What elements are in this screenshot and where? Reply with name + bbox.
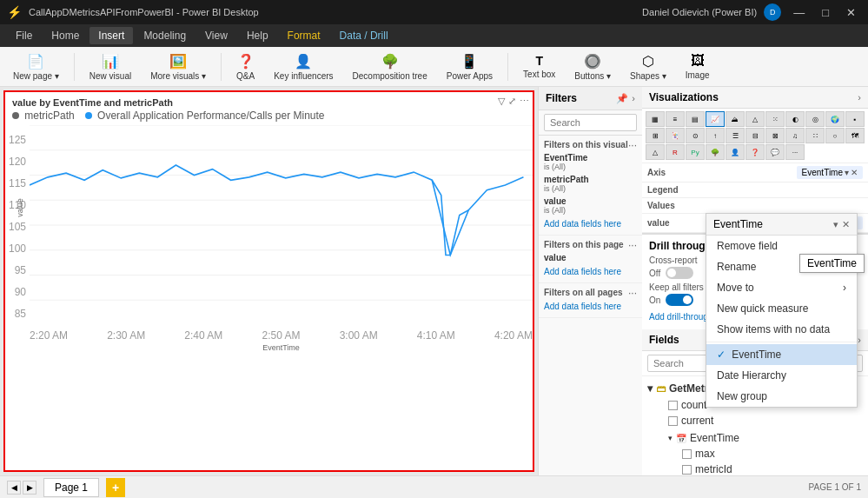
chart-more-icon[interactable]: ⋯ (520, 96, 529, 107)
image-button[interactable]: 🖼 Image (678, 50, 718, 83)
filter-eventtime[interactable]: EventTime is (All) (544, 151, 637, 173)
filters-pin-icon[interactable]: 📌 (616, 93, 628, 104)
viz-table[interactable]: ⊟ (745, 128, 765, 143)
viz-ribbon[interactable]: ♫ (785, 128, 805, 143)
field-current[interactable]: current (661, 413, 863, 428)
fields-collapse-icon[interactable]: › (858, 335, 861, 345)
viz-bar-chart[interactable]: ▦ (646, 111, 665, 127)
context-menu-eventtime-option[interactable]: ✓ EventTime (706, 344, 857, 365)
text-box-button[interactable]: T Text box (515, 50, 563, 83)
viz-qa[interactable]: ❓ (745, 144, 765, 160)
context-menu-dropdown-btn[interactable]: ▾ (833, 219, 838, 230)
viz-100pct-bar[interactable]: ▤ (686, 111, 705, 127)
viz-treemap[interactable]: ▪ (845, 111, 865, 127)
new-page-button[interactable]: 📄 New page ▾ (5, 50, 67, 83)
filters-collapse-icon[interactable]: › (632, 93, 635, 104)
field-eventtime-label: EventTime (690, 432, 739, 444)
field-metricid[interactable]: metricId (675, 461, 863, 475)
viz-python[interactable]: Py (686, 144, 705, 160)
filter-visual-dots[interactable]: ··· (628, 139, 637, 151)
chart-filter-icon[interactable]: ▽ (498, 96, 505, 107)
cross-report-toggle[interactable] (666, 267, 693, 279)
filter-add-page[interactable]: Add data fields here (544, 264, 637, 279)
power-apps-button[interactable]: 📱 Power Apps (439, 50, 500, 83)
viz-collapse-icon[interactable]: › (858, 92, 861, 103)
key-influencers-button[interactable]: 👤 Key influencers (266, 50, 341, 83)
new-visual-button[interactable]: 📊 New visual (82, 50, 139, 83)
menu-insert[interactable]: Insert (89, 27, 133, 44)
field-count-label: count (681, 399, 706, 411)
qa-button[interactable]: ❓ Q&A (229, 50, 262, 83)
chart-body: 125 120 115 110 105 100 95 90 85 (5, 125, 533, 342)
viz-r-script[interactable]: R (666, 144, 685, 160)
filter-page-dots[interactable]: ··· (628, 239, 637, 251)
field-eventtime[interactable]: ▾ 📅 EventTime (661, 430, 863, 446)
page-1-tab[interactable]: Page 1 (43, 478, 99, 497)
context-menu-header: EventTime ▾ ✕ (706, 214, 857, 236)
menu-view[interactable]: View (196, 27, 236, 44)
filter-all-dots[interactable]: ··· (628, 287, 637, 299)
viz-map[interactable]: 🌍 (825, 111, 845, 127)
viz-stacked-area[interactable]: △ (745, 111, 765, 127)
field-max[interactable]: max (675, 446, 863, 461)
viz-pie[interactable]: ◐ (785, 111, 805, 127)
shapes-button[interactable]: ⬡ Shapes ▾ (622, 50, 674, 83)
viz-decomp-tree[interactable]: 🌳 (706, 144, 725, 160)
nav-next-button[interactable]: ▶ (23, 481, 36, 495)
filter-value[interactable]: value is (All) (544, 195, 637, 216)
context-menu-new-quick-measure[interactable]: New quick measure (706, 298, 857, 319)
field-group-getmetricdata: count current ▾ 📅 EventTime (661, 397, 863, 475)
viz-slicer[interactable]: ☰ (726, 128, 745, 143)
filter-page-value[interactable]: value (544, 251, 637, 264)
menu-help[interactable]: Help (238, 27, 277, 44)
menu-file[interactable]: File (7, 27, 41, 44)
filter-add-visual[interactable]: Add data fields here (544, 216, 637, 231)
buttons-button[interactable]: 🔘 Buttons ▾ (567, 50, 619, 83)
viz-smart-narrative[interactable]: 💬 (765, 144, 785, 160)
context-menu-close-btn[interactable]: ✕ (842, 219, 850, 230)
menu-format[interactable]: Format (279, 27, 329, 44)
viz-line-chart[interactable]: 📈 (706, 111, 725, 127)
viz-waterfall[interactable]: ⊠ (765, 128, 785, 143)
viz-stacked-bar[interactable]: ≡ (666, 111, 685, 127)
close-button[interactable]: ✕ (841, 6, 861, 19)
filter-metricpath[interactable]: metricPath is (All) (544, 173, 637, 195)
viz-matrix[interactable]: ⊞ (646, 128, 665, 143)
viz-shape-map[interactable]: △ (646, 144, 665, 160)
viz-axis-remove[interactable]: ✕ (851, 168, 858, 177)
menu-data-drill[interactable]: Data / Drill (331, 27, 397, 44)
context-menu-move-to[interactable]: Move to › (706, 277, 857, 298)
context-menu-date-hierarchy[interactable]: Date Hierarchy (706, 365, 857, 386)
viz-area-chart[interactable]: ⛰ (726, 111, 745, 127)
chart-expand-icon[interactable]: ⤢ (508, 96, 516, 107)
viz-axis-dropdown[interactable]: ▾ (845, 168, 849, 177)
maximize-button[interactable]: □ (817, 6, 834, 19)
minimize-button[interactable]: — (788, 6, 810, 19)
viz-values-row: Values (642, 198, 868, 214)
keep-filters-toggle[interactable] (666, 294, 693, 306)
add-page-button[interactable]: + (106, 478, 125, 497)
power-apps-icon: 📱 (461, 53, 478, 70)
viz-key-inf[interactable]: 👤 (726, 144, 745, 160)
viz-gauge[interactable]: ⊙ (686, 128, 705, 143)
more-visuals-button[interactable]: 🖼️ More visuals ▾ (142, 50, 214, 83)
viz-filled-map[interactable]: 🗺 (845, 128, 865, 143)
viz-scatter[interactable]: ⁙ (765, 111, 785, 127)
viz-donut[interactable]: ◎ (805, 111, 825, 127)
filters-search-input[interactable] (544, 114, 637, 131)
decomposition-button[interactable]: 🌳 Decomposition tree (345, 50, 435, 83)
menu-modeling[interactable]: Modeling (135, 27, 195, 44)
context-menu-new-group[interactable]: New group (706, 386, 857, 407)
filter-add-all[interactable]: Add data fields here (544, 299, 637, 314)
power-apps-label: Power Apps (447, 71, 493, 81)
context-menu-show-no-data[interactable]: Show items with no data (706, 319, 857, 340)
viz-kpi[interactable]: ↑ (706, 128, 725, 143)
viz-bubble[interactable]: ○ (825, 128, 845, 143)
menu-home[interactable]: Home (43, 27, 88, 44)
viz-scatter2[interactable]: ∷ (805, 128, 825, 143)
viz-card[interactable]: 🃏 (666, 128, 685, 143)
user-avatar: D (764, 3, 781, 21)
status-bar: ◀ ▶ Page 1 + PAGE 1 OF 1 (0, 475, 868, 498)
nav-prev-button[interactable]: ◀ (7, 481, 21, 495)
viz-more[interactable]: ··· (785, 144, 805, 160)
